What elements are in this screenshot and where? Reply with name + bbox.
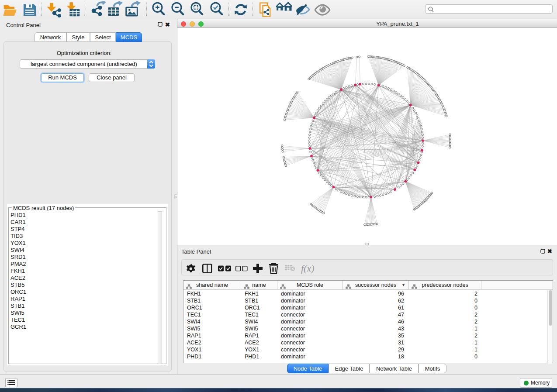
svg-text:f(x): f(x) bbox=[301, 263, 315, 274]
